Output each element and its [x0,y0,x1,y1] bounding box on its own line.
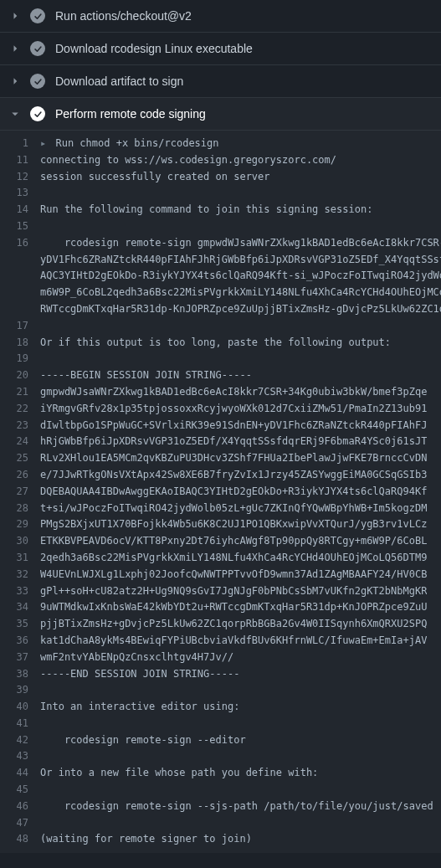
line-number: 43 [0,748,40,765]
line-number: 39 [0,682,40,699]
log-line: 45 [0,782,441,799]
log-line: 43 [0,748,441,765]
line-text: wmF2ntvYAbENpQzCnsxclhtgv4H7Jv// [40,651,233,663]
log-line: 17 [0,318,441,335]
line-content: ETKKBVPEAVD6ocV/KTT8Pxny2Dt76iyhcAWgf8Tp… [40,533,427,550]
log-line: 41 [0,716,441,732]
line-content: W4UEVnLWJXLg1Lxphj02JoofcQwNWTPPTvvOfD9w… [40,567,427,583]
line-content: rcodesign remote-sign gmpwdWJsaWNrZXkwg1… [40,235,441,252]
line-content: PMgS2BXjxUT1X70BFojkk4Wb5u6K8C2UJ1PO1QBK… [40,516,427,533]
line-number: 13 [0,185,40,202]
line-number: 18 [0,335,40,352]
log-line: 11connecting to wss://ws.codesign.gregor… [0,152,441,169]
line-text: Run chmod +x bins/rcodesign [55,137,218,149]
line-number: 29 [0,516,40,533]
log-line: 25RLv2XHlou1EA5MCm2qvKBZuPU3DHcv3ZShf7FH… [0,450,441,467]
step-label: Download rcodesign Linux executable [55,42,253,55]
log-line: 26e/7JJwRTkgONsVXtApx42Sw8XE6B7fryZvIx1J… [0,467,441,484]
line-number: 12 [0,169,40,186]
line-content: e/7JJwRTkgONsVXtApx42Sw8XE6B7fryZvIx1Jrz… [40,467,427,484]
line-content: -----END SESSION JOIN STRING----- [40,666,239,683]
line-number: 40 [0,699,40,716]
line-content: connecting to wss://ws.codesign.gregorys… [40,152,336,169]
line-number: 32 [0,567,40,583]
line-content: dIwltbpGo1SPpWuGC+SVrlxiRK39e91SdnEN+yDV… [40,418,427,434]
step-row[interactable]: Download rcodesign Linux executable [0,33,441,65]
line-content: m6W9P_6CoBL2qedh3a6Bsc22MisPVgrkkXmiLY14… [40,285,441,301]
line-content: wmF2ntvYAbENpQzCnsxclhtgv4H7Jv// [40,650,233,666]
line-number: 46 [0,799,40,815]
log-line: 47 [0,815,441,832]
line-number: 21 [0,384,40,401]
disclosure-triangle-icon[interactable]: ▸ [40,137,52,149]
line-number: 45 [0,782,40,799]
line-text: 9uWTMdkwIxKnbsWaE42kWbYDt2u+RWTccgDmKTxq… [40,601,427,613]
line-number: 19 [0,351,40,367]
line-content: 2qedh3a6Bsc22MisPVgrkkXmiLY148NLfu4XhCa4… [40,550,427,567]
line-content: DQEBAQUAA4IBDwAwggEKAoIBAQC3YIHtD2gEOkDo… [40,484,427,501]
line-text: ETKKBVPEAVD6ocV/KTT8Pxny2Dt76iyhcAWgf8Tp… [40,535,427,547]
step-row[interactable]: Download artifact to sign [0,65,441,98]
log-line: 19 [0,351,441,367]
line-text: AQC3YIHtD2gEOkDo-R3iykYJYX4ts6clQaRQ94Kf… [40,270,441,281]
log-line: 40Into an interactive editor using: [0,699,441,716]
line-number [0,268,40,285]
line-content: hRjGWbBfp6iJpXDRsvVGP31oZ5EDf/X4YqqtSSsf… [40,434,427,450]
line-text: -----BEGIN SESSION JOIN STRING----- [40,369,252,381]
line-number: 17 [0,318,40,335]
line-number [0,252,40,269]
line-number: 16 [0,235,40,252]
log-line: 32W4UEVnLWJXLg1Lxphj02JoofcQwNWTPPTvvOfD… [0,567,441,583]
line-number: 34 [0,599,40,616]
chevron-right-icon [10,76,20,86]
line-number: 27 [0,484,40,501]
line-number: 20 [0,367,40,384]
line-content: -----BEGIN SESSION JOIN STRING----- [40,367,252,384]
line-text: RWTccgDmKTxqHar5R31dp-KnJOPRZpce9ZuUpjjB… [40,303,441,315]
line-content: iYRmgvGRfv28x1p35tpjossoxxRcyjwyoWXk012d… [40,401,427,418]
line-number: 28 [0,501,40,517]
line-number: 41 [0,716,40,732]
line-content: t+si/wJPoczFoITwqiRO42jydWolb05zL+gUc7ZK… [40,501,427,517]
line-content: rcodesign remote-sign --editor [40,732,246,749]
line-text: dIwltbpGo1SPpWuGC+SVrlxiRK39e91SdnEN+yDV… [40,419,427,431]
line-number: 11 [0,152,40,169]
line-content: gPl++soH+cU82atz2H+Ug9NQ9sGvI7JgNJgF0bPN… [40,583,427,600]
line-number: 24 [0,434,40,450]
line-text: Or if this output is too long, paste the… [40,336,391,348]
line-text: DQEBAQUAA4IBDwAwggEKAoIBAQC3YIHtD2gEOkDo… [40,485,427,497]
log-line: 48(waiting for remote signer to join) [0,831,441,848]
step-row[interactable]: Run actions/checkout@v2 [0,0,441,33]
log-line: 37wmF2ntvYAbENpQzCnsxclhtgv4H7Jv// [0,650,441,666]
log-line: AQC3YIHtD2gEOkDo-R3iykYJYX4ts6clQaRQ94Kf… [0,268,441,285]
step-row[interactable]: Perform remote code signing [0,98,441,131]
log-line: 38-----END SESSION JOIN STRING----- [0,666,441,683]
line-content: Or if this output is too long, paste the… [40,335,391,352]
log-line: 312qedh3a6Bsc22MisPVgrkkXmiLY148NLfu4XhC… [0,550,441,567]
check-circle-icon [30,74,45,89]
log-line: 35pjjBTixZmsHz+gDvjcPz5LkUw62ZC1qorpRbBG… [0,616,441,633]
line-text: 2qedh3a6Bsc22MisPVgrkkXmiLY148NLfu4XhCa4… [40,552,427,563]
line-number: 15 [0,218,40,235]
line-number: 44 [0,765,40,782]
line-number: 1 [0,136,40,152]
line-text: rcodesign remote-sign gmpwdWJsaWNrZXkwg1… [40,237,441,249]
line-text: session successfully created on server [40,171,270,182]
line-text: -----END SESSION JOIN STRING----- [40,668,239,680]
log-line: 36kat1dChaA8ykMs4BEwiqFYPiUBcbviaVkdfBUv… [0,633,441,650]
line-content: (waiting for remote signer to join) [40,831,252,848]
line-text: rcodesign remote-sign --editor [40,734,246,746]
line-text: connecting to wss://ws.codesign.gregorys… [40,154,336,166]
log-line: 33gPl++soH+cU82atz2H+Ug9NQ9sGvI7JgNJgF0b… [0,583,441,600]
log-line: 15 [0,218,441,235]
log-line: m6W9P_6CoBL2qedh3a6Bsc22MisPVgrkkXmiLY14… [0,285,441,301]
log-line: 16 rcodesign remote-sign gmpwdWJsaWNrZXk… [0,235,441,252]
chevron-right-icon [10,11,20,21]
line-content: Or into a new file whose path you define… [40,765,318,782]
line-text: m6W9P_6CoBL2qedh3a6Bsc22MisPVgrkkXmiLY14… [40,286,441,298]
line-content: 9uWTMdkwIxKnbsWaE42kWbYDt2u+RWTccgDmKTxq… [40,599,427,616]
line-number: 23 [0,418,40,434]
line-number: 37 [0,650,40,666]
log-line: 1▸ Run chmod +x bins/rcodesign [0,136,441,152]
line-content: AQC3YIHtD2gEOkDo-R3iykYJYX4ts6clQaRQ94Kf… [40,268,441,285]
